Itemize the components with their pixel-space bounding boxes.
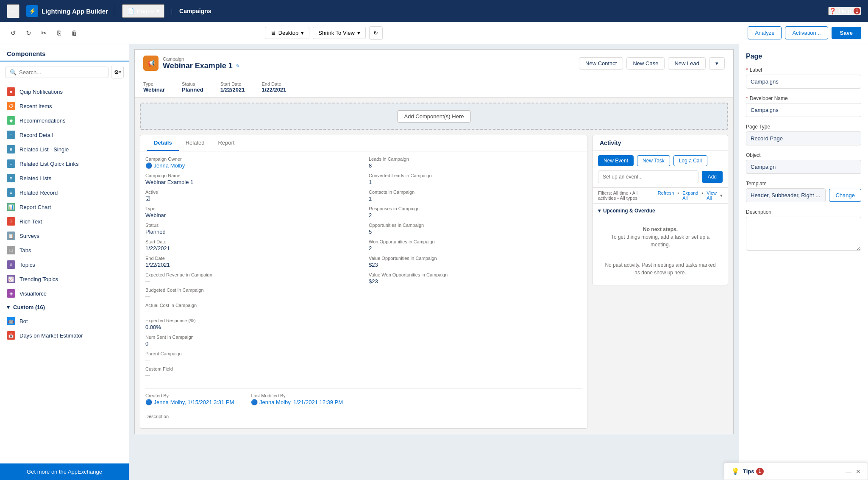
sidebar-item-rich-text[interactable]: T Rich Text — [0, 214, 129, 229]
campaign-icon: 📢 — [143, 56, 159, 71]
comp-label: Recommendations — [19, 117, 65, 124]
new-task-button[interactable]: New Task — [637, 155, 670, 166]
sidebar-item-related-record[interactable]: ≡ Related Record — [0, 185, 129, 200]
upcoming-empty: No next steps. To get things moving, add… — [598, 217, 723, 257]
more-actions-button[interactable]: ▾ — [709, 57, 725, 70]
footer-fields: Created By 🔵 Jenna Molby, 1/15/2021 3:31… — [145, 388, 582, 410]
sidebar-item-record-detail[interactable]: ≡ Record Detail — [0, 128, 129, 142]
comp-label: Recent Items — [19, 103, 52, 109]
cut-button[interactable]: ✂ — [37, 27, 50, 39]
record-title-area: 📢 Campaign Webinar Example 1 ✎ — [143, 56, 239, 71]
comp-icon: 📅 — [7, 331, 15, 340]
no-next-steps-title: No next steps. — [643, 226, 678, 232]
comp-icon: 📋 — [7, 232, 15, 240]
back-button[interactable]: ← — [7, 4, 19, 18]
app-icon: ⚡ — [26, 5, 38, 17]
refresh-link[interactable]: Refresh — [658, 190, 674, 201]
field-contacts: Contacts in Campaign 1 — [369, 190, 582, 202]
gear-button[interactable]: ⚙ ▾ — [111, 66, 124, 78]
sidebar-item-recommendations[interactable]: ◆ Recommendations — [0, 113, 129, 128]
sidebar-item-report-chart[interactable]: 📊 Report Chart — [0, 200, 129, 214]
description-field-group: Description — [746, 209, 861, 252]
new-contact-button[interactable]: New Contact — [579, 57, 623, 70]
field-active: Active ☑ — [145, 190, 359, 202]
tips-bar: 💡 Tips 1 — ✕ — [724, 463, 868, 480]
save-button[interactable]: Save — [832, 27, 861, 39]
page-type-label: Page Type — [746, 124, 861, 130]
past-activity-text: No past activity. Past meetings and task… — [598, 257, 723, 281]
field-status-label: Status — [182, 81, 203, 87]
view-select[interactable]: Shrink To View ▾ — [313, 27, 366, 39]
help-button[interactable]: ❓ Help 1 — [828, 7, 861, 15]
toolbar-right: Analyze Activation... Save — [748, 26, 861, 39]
set-event-input[interactable] — [598, 170, 698, 183]
custom-item-days-on-market-estimator[interactable]: 📅 Days on Market Estimator — [0, 328, 129, 343]
log-call-button[interactable]: Log a Call — [673, 155, 707, 166]
tab-related[interactable]: Related — [179, 135, 211, 151]
new-event-button[interactable]: New Event — [598, 155, 634, 166]
sidebar-item-trending-topics[interactable]: 📈 Trending Topics — [0, 272, 129, 286]
comp-icon: ● — [7, 87, 15, 96]
new-case-button[interactable]: New Case — [626, 57, 665, 70]
add-component-button[interactable]: Add Component(s) Here — [397, 110, 471, 123]
redo-button[interactable]: ↻ — [22, 27, 35, 39]
upcoming-label: Upcoming & Overdue — [603, 208, 655, 214]
comp-icon: ≡ — [7, 145, 15, 153]
label-input[interactable] — [746, 75, 861, 89]
tabs-content-area: Details Related Report Campaign Owner 🔵 … — [140, 135, 728, 429]
add-component-zone: Add Component(s) Here — [140, 103, 728, 130]
dev-name-input[interactable] — [746, 103, 861, 117]
field-opportunities: Opportunities in Campaign 5 — [369, 223, 582, 235]
sidebar-item-tabs[interactable]: □ Tabs — [0, 243, 129, 257]
toolbar-center: 🖥 Desktop ▾ Shrink To View ▾ ↻ — [265, 26, 383, 40]
appexchange-footer[interactable]: Get more on the AppExchange — [0, 463, 129, 480]
tab-details[interactable]: Details — [147, 135, 179, 151]
sidebar-item-surveys[interactable]: 📋 Surveys — [0, 229, 129, 243]
expand-all-link[interactable]: Expand All — [682, 190, 698, 201]
tips-badge: 1 — [756, 468, 764, 475]
nav-right-actions: ❓ Help 1 — [828, 7, 861, 15]
template-label: Template — [746, 181, 861, 187]
sidebar-item-topics[interactable]: # Topics — [0, 257, 129, 272]
sidebar-item-related-list---single[interactable]: ≡ Related List - Single — [0, 142, 129, 156]
tips-close-button[interactable]: ✕ — [856, 468, 861, 475]
new-lead-button[interactable]: New Lead — [668, 57, 706, 70]
field-start-date-label: Start Date — [220, 81, 245, 87]
delete-button[interactable]: 🗑 — [68, 27, 81, 39]
help-badge: 1 — [854, 8, 860, 14]
change-template-button[interactable]: Change — [829, 189, 861, 202]
record-name: Webinar Example 1 — [163, 61, 233, 70]
tab-report[interactable]: Report — [211, 135, 241, 151]
sidebar-item-related-list-quick-links[interactable]: ≡ Related List Quick Links — [0, 156, 129, 171]
custom-item-bot[interactable]: 🤖 Bot — [0, 314, 129, 328]
desktop-select[interactable]: 🖥 Desktop ▾ — [265, 27, 310, 39]
field-value-opportunities: Value Opportunities in Campaign $23 — [369, 256, 582, 268]
pages-label: Pages — [137, 8, 154, 14]
add-event-button[interactable]: Add — [702, 171, 723, 183]
activation-button[interactable]: Activation... — [785, 26, 828, 39]
filter-dropdown-icon[interactable]: ▾ — [720, 193, 723, 198]
undo-button[interactable]: ↺ — [7, 27, 19, 39]
comp-label: Related List - Single — [19, 146, 69, 153]
view-all-link[interactable]: View All — [707, 190, 717, 201]
sidebar-item-quip-notifications[interactable]: ● Quip Notifications — [0, 84, 129, 99]
sidebar-item-visualforce[interactable]: ◈ Visualforce — [0, 286, 129, 301]
custom-section-header[interactable]: ▾ Custom (16) — [0, 301, 129, 314]
comp-label: Days on Market Estimator — [19, 332, 83, 339]
tips-minimize-button[interactable]: — — [846, 468, 851, 475]
search-input[interactable] — [19, 69, 104, 75]
record-edit-icon[interactable]: ✎ — [236, 64, 239, 68]
field-custom-field: Custom Field — — [145, 366, 359, 377]
comp-icon: ≡ — [7, 159, 15, 168]
analyze-button[interactable]: Analyze — [748, 26, 782, 39]
refresh-button[interactable]: ↻ — [369, 26, 383, 40]
description-textarea[interactable] — [746, 217, 861, 251]
sidebar-item-recent-items[interactable]: ⏱ Recent Items — [0, 99, 129, 113]
object-field-group: Object Campaign — [746, 152, 861, 174]
activity-actions: New Event New Task Log a Call — [593, 151, 728, 170]
copy-button[interactable]: ⎘ — [53, 27, 65, 39]
desktop-chevron: ▾ — [301, 30, 304, 36]
dev-name-field-label: * Developer Name — [746, 95, 861, 101]
sidebar-item-related-lists[interactable]: ≡ Related Lists — [0, 171, 129, 185]
pages-button[interactable]: 📄 Pages ▾ — [122, 4, 164, 18]
